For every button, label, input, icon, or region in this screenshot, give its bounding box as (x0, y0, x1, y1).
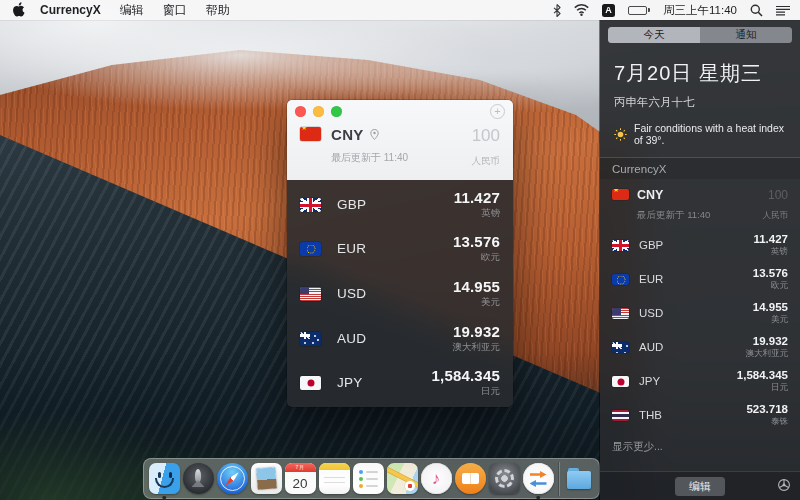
currency-name: 泰铢 (746, 416, 788, 428)
menu-edit[interactable]: 编辑 (120, 2, 144, 19)
running-indicator-dot (536, 496, 540, 500)
finder-icon (149, 463, 180, 494)
widget-rate-row[interactable]: GBP 11.427 英镑 (600, 228, 800, 262)
currency-name: 澳大利亚元 (453, 341, 501, 354)
currency-value: 14.955 (753, 301, 788, 313)
dock-item-maps[interactable] (385, 458, 419, 499)
widget-rate-row[interactable]: AUD 19.932 澳大利亚元 (600, 330, 800, 364)
currency-name: 英镑 (454, 207, 500, 220)
currency-code: AUD (337, 331, 366, 346)
window-header: CNY 最后更新于 11:40 100 人民币 (287, 100, 513, 180)
menu-bar: CurrencyX 编辑 窗口 帮助 A 周三上午11:40 (0, 0, 800, 20)
dock-item-finder[interactable] (147, 458, 181, 499)
currency-value: 1,584.345 (737, 369, 788, 381)
dock-item-safari[interactable] (215, 458, 249, 499)
sysprefs-icon (489, 463, 520, 494)
tab-notifications[interactable]: 通知 (700, 27, 792, 43)
currencyx-window: CNY 最后更新于 11:40 100 人民币 GBP (287, 100, 513, 407)
currency-name: 澳大利亚元 (746, 348, 789, 360)
menu-clock[interactable]: 周三上午11:40 (663, 3, 737, 18)
widget-title[interactable]: CurrencyX (600, 158, 800, 179)
currency-code: USD (337, 286, 366, 301)
edit-button[interactable]: 编辑 (675, 477, 725, 496)
dock-divider (558, 462, 559, 496)
input-source-icon[interactable]: A (602, 4, 615, 17)
safari-icon (217, 463, 248, 494)
currency-flag-icon (300, 332, 321, 346)
battery-icon[interactable] (628, 6, 650, 15)
currency-code: EUR (337, 241, 366, 256)
show-less-link[interactable]: 显示更少... (600, 432, 800, 462)
currencyx-icon (523, 463, 554, 494)
dock-item-currencyx[interactable] (521, 458, 555, 499)
currency-flag-icon (300, 287, 321, 301)
widget-rates-list: GBP 11.427 英镑 EUR 13.576 欧元 USD 14.955 美… (600, 228, 800, 432)
rate-row[interactable]: GBP 11.427 英镑 (287, 182, 513, 227)
add-currency-button[interactable] (490, 104, 505, 119)
minimize-button[interactable] (313, 106, 324, 117)
sun-icon (614, 128, 627, 141)
location-pin-icon (370, 129, 379, 140)
weather-row[interactable]: Fair conditions with a heat index of 39°… (614, 122, 786, 146)
currency-value: 13.576 (753, 267, 788, 279)
cn-flag-icon (300, 127, 321, 141)
currency-name: 英镑 (753, 246, 788, 258)
close-button[interactable] (295, 106, 306, 117)
settings-gear-icon[interactable] (777, 478, 791, 492)
widget-rate-row[interactable]: EUR 13.576 欧元 (600, 262, 800, 296)
dock-item-preview[interactable] (249, 458, 283, 499)
widget-rate-row[interactable]: THB 523.718 泰铢 (600, 398, 800, 432)
menu-help[interactable]: 帮助 (206, 2, 230, 19)
currency-flag-icon (612, 240, 629, 251)
panel-footer: 编辑 (600, 471, 800, 500)
dock-item-folder[interactable] (562, 458, 596, 499)
notification-center-icon[interactable] (776, 5, 790, 16)
currency-name: 日元 (737, 382, 788, 394)
apple-menu-icon[interactable] (12, 2, 25, 17)
rate-row[interactable]: JPY 1,584.345 日元 (287, 360, 513, 405)
dock-item-notes[interactable] (317, 458, 351, 499)
zoom-button[interactable] (331, 106, 342, 117)
widget-last-updated: 最后更新于 11:40 (637, 209, 710, 222)
base-amount[interactable]: 100 (472, 126, 501, 146)
dock-item-calendar[interactable]: 7月20 (283, 458, 317, 499)
menu-window[interactable]: 窗口 (163, 2, 187, 19)
currency-name: 美元 (453, 296, 500, 309)
rate-row[interactable]: USD 14.955 美元 (287, 271, 513, 316)
widget-base-name: 人民币 (763, 210, 789, 222)
widget-rate-row[interactable]: JPY 1,584.345 日元 (600, 364, 800, 398)
rate-row[interactable]: EUR 13.576 欧元 (287, 227, 513, 272)
dock-item-launchpad[interactable] (181, 458, 215, 499)
reminders-icon (353, 463, 384, 494)
notes-icon (319, 463, 350, 494)
currency-value: 11.427 (753, 233, 788, 245)
dock-item-sysprefs[interactable] (487, 458, 521, 499)
wifi-icon[interactable] (574, 4, 589, 16)
last-updated-label: 最后更新于 11:40 (331, 151, 408, 165)
currency-code: JPY (337, 375, 363, 390)
rates-list: GBP 11.427 英镑 EUR 13.576 欧元 USD 14.955 美… (287, 180, 513, 407)
widget-rate-row[interactable]: USD 14.955 美元 (600, 296, 800, 330)
menu-app-name[interactable]: CurrencyX (40, 3, 101, 17)
rate-row[interactable]: AUD 19.932 澳大利亚元 (287, 316, 513, 361)
currency-flag-icon (300, 376, 321, 390)
running-indicator-dot (162, 496, 166, 500)
maps-icon (387, 463, 418, 494)
dock-item-reminders[interactable] (351, 458, 385, 499)
calendar-icon: 7月20 (285, 463, 316, 494)
spotlight-icon[interactable] (750, 4, 763, 17)
currency-flag-icon (612, 376, 629, 387)
lunar-date: 丙申年六月十七 (614, 95, 786, 110)
currency-flag-icon (612, 410, 629, 421)
tab-today[interactable]: 今天 (608, 27, 700, 43)
currency-name: 欧元 (753, 280, 788, 292)
launchpad-icon (183, 463, 214, 494)
calendar-month-label: 7月 (285, 463, 316, 472)
dock-item-ibooks[interactable] (453, 458, 487, 499)
currency-flag-icon (612, 342, 629, 353)
base-currency-row[interactable]: CNY 最后更新于 11:40 100 人民币 (300, 126, 500, 168)
bluetooth-icon[interactable] (553, 4, 561, 17)
widget-base-row[interactable]: CNY 最后更新于 11:40 100 人民币 (600, 179, 800, 228)
calendar-day-label: 20 (285, 472, 316, 494)
dock-item-itunes[interactable] (419, 458, 453, 499)
